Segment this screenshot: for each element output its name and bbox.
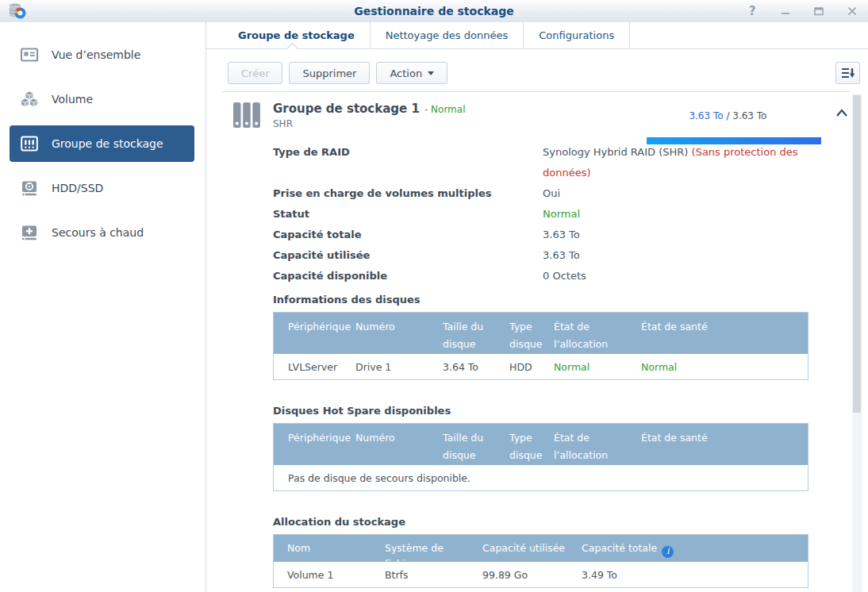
storage-group-header[interactable]: Groupe de stockage 1- Normal SHR 3.63 To… — [222, 92, 851, 142]
hot-spare-icon — [19, 222, 40, 243]
sidebar-item-label: HDD/SSD — [52, 182, 103, 194]
storage-manager-window: Gestionnaire de stockage ? Vue d’ensembl… — [0, 0, 868, 592]
help-icon[interactable]: ? — [746, 5, 759, 17]
action-dropdown-button[interactable]: Action — [376, 62, 447, 84]
storage-group-title: Groupe de stockage 1 — [273, 102, 420, 116]
allocation-table-header: Nom Système de fichiers Capacité utilisé… — [274, 535, 808, 562]
sidebar-item-hdd-ssd[interactable]: HDD/SSD — [10, 170, 194, 206]
create-button[interactable]: Créer — [228, 62, 282, 84]
vertical-scrollbar[interactable] — [852, 94, 862, 592]
close-icon[interactable] — [846, 5, 858, 17]
detail-row-available-capacity: Capacité disponible 0 Octets — [273, 266, 808, 286]
disk-info-heading: Informations des disques — [273, 294, 851, 306]
hot-spare-table: Périphérique Numéro Taille du disque Typ… — [273, 423, 808, 491]
available-capacity-value: 0 Octets — [543, 266, 808, 286]
minimize-icon[interactable] — [779, 5, 792, 17]
window-title: Gestionnaire de stockage — [0, 5, 868, 17]
details-list: Type de RAID Synology Hybrid RAID (SHR) … — [273, 142, 808, 286]
storage-pool-icon — [19, 133, 40, 154]
tab-configurations[interactable]: Configurations — [524, 22, 630, 48]
disk-info-table-header: Périphérique Numéro Taille du disque Typ… — [274, 313, 808, 354]
capacity-used-value: 3.63 To — [689, 110, 723, 121]
capacity-separator: / — [724, 110, 733, 121]
detail-row-raid-type: Type de RAID Synology Hybrid RAID (SHR) … — [273, 142, 808, 183]
volume-cubes-icon — [19, 89, 40, 110]
collapse-chevron-up-icon[interactable] — [835, 107, 849, 120]
disk-info-table: Périphérique Numéro Taille du disque Typ… — [273, 312, 808, 380]
content-area: Groupe de stockage Nettoyage des données… — [206, 22, 868, 592]
chevron-down-icon — [428, 71, 434, 75]
tab-groupe-de-stockage[interactable]: Groupe de stockage — [222, 22, 371, 48]
used-capacity-value: 3.63 To — [543, 245, 808, 266]
status-badge: - Normal — [424, 104, 466, 115]
tab-bar: Groupe de stockage Nettoyage des données… — [206, 22, 868, 49]
raid-type-subtitle: SHR — [273, 118, 465, 129]
sort-icon — [841, 67, 855, 79]
storage-group-icon — [232, 102, 262, 130]
allocation-table: Nom Système de fichiers Capacité utilisé… — [273, 534, 808, 588]
sidebar: Vue d’ensemble Volume Groupe de stockage… — [0, 22, 206, 592]
detail-row-total-capacity: Capacité totale 3.63 To — [273, 225, 808, 245]
sidebar-item-secours-a-chaud[interactable]: Secours à chaud — [10, 214, 194, 251]
total-capacity-value: 3.63 To — [543, 225, 808, 245]
sort-button[interactable] — [835, 62, 860, 84]
sidebar-item-groupe-de-stockage[interactable]: Groupe de stockage — [10, 125, 194, 162]
capacity-summary: 3.63 To / 3.63 To — [647, 99, 821, 144]
hot-spare-heading: Disques Hot Spare disponibles — [273, 406, 851, 417]
capacity-total-value: 3.63 To — [732, 110, 766, 121]
maximize-icon[interactable] — [812, 5, 825, 17]
hdd-icon — [19, 178, 40, 198]
sidebar-item-vue-densemble[interactable]: Vue d’ensemble — [10, 37, 194, 73]
hot-spare-table-header: Périphérique Numéro Taille du disque Typ… — [274, 424, 808, 465]
sidebar-item-label: Groupe de stockage — [52, 137, 163, 150]
storage-group-panel: Groupe de stockage 1- Normal SHR 3.63 To… — [222, 91, 851, 592]
raid-type-value: Synology Hybrid RAID (SHR) — [543, 146, 692, 158]
sidebar-item-label: Secours à chaud — [52, 226, 144, 239]
detail-row-used-capacity: Capacité utilisée 3.63 To — [273, 245, 808, 266]
sidebar-item-label: Volume — [52, 93, 93, 106]
multi-volume-value: Oui — [543, 183, 808, 204]
storage-manager-app-icon — [8, 2, 27, 20]
delete-button[interactable]: Supprimer — [289, 62, 370, 84]
sidebar-item-label: Vue d’ensemble — [52, 48, 140, 61]
allocation-heading: Allocation du stockage — [273, 517, 851, 528]
status-value: Normal — [543, 204, 808, 225]
overview-icon — [19, 44, 40, 65]
info-icon[interactable]: i — [662, 546, 674, 558]
tab-nettoyage-des-donnees[interactable]: Nettoyage des données — [371, 22, 524, 48]
sidebar-item-volume[interactable]: Volume — [10, 81, 194, 117]
scrollbar-thumb[interactable] — [853, 95, 861, 413]
titlebar: Gestionnaire de stockage ? — [0, 0, 868, 22]
detail-row-status: Statut Normal — [273, 204, 808, 225]
capacity-progress-bar — [647, 137, 821, 144]
toolbar: Créer Supprimer Action — [206, 49, 868, 91]
detail-row-multi-volume: Prise en charge de volumes multiples Oui — [273, 183, 808, 204]
action-label: Action — [390, 67, 422, 79]
